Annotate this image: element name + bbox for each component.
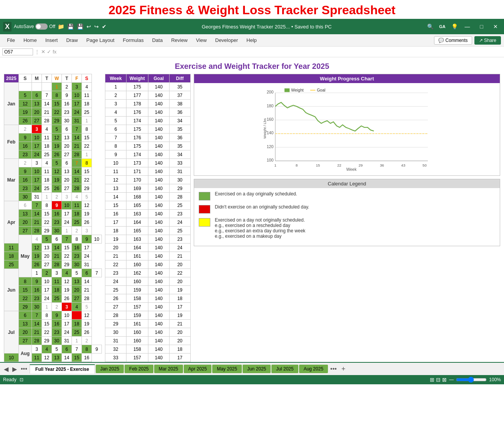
cal-cell[interactable]: 7 — [62, 235, 72, 244]
lightbulb-icon[interactable]: 💡 — [451, 23, 458, 30]
cal-cell[interactable]: 15 — [52, 100, 62, 108]
cal-cell[interactable]: 20 — [72, 286, 82, 294]
cal-cell[interactable]: 11 — [52, 277, 62, 286]
cal-cell[interactable]: 6 — [18, 311, 32, 320]
cal-cell[interactable]: 19 — [52, 176, 62, 184]
search-icon[interactable]: 🔍 — [427, 23, 434, 30]
cal-cell[interactable]: 15 — [42, 320, 52, 328]
cal-cell[interactable]: 1 — [42, 193, 52, 201]
formula-input[interactable] — [58, 49, 502, 55]
cal-cell[interactable]: 19 — [52, 142, 62, 150]
cal-cell[interactable]: 19 — [82, 210, 92, 218]
close-button[interactable]: ✕ — [490, 23, 501, 30]
active-sheet-tab[interactable]: Full Year 2025 - Exercise — [30, 364, 95, 374]
tab-scroll-right[interactable]: ▶ — [11, 365, 18, 373]
cal-cell[interactable]: 26 — [82, 328, 92, 337]
page-break-view-button[interactable]: ⊠ — [442, 377, 447, 383]
cal-cell[interactable]: 25 — [72, 218, 82, 227]
cal-cell[interactable]: 25 — [72, 328, 82, 337]
cal-cell[interactable]: 18 — [52, 286, 62, 294]
cal-cell[interactable]: 10 — [32, 133, 42, 142]
cal-cell[interactable]: 24 — [72, 108, 82, 117]
cal-cell[interactable]: 2 — [42, 269, 52, 277]
cal-cell[interactable]: 15 — [82, 167, 92, 176]
cal-cell[interactable]: 4 — [62, 269, 72, 277]
cal-cell[interactable]: 22 — [42, 328, 52, 337]
sheet-tab-mar2025[interactable]: Mar 2025 — [154, 365, 183, 373]
cal-cell[interactable]: 17 — [82, 244, 92, 252]
cal-cell[interactable]: 17 — [72, 100, 82, 108]
cal-cell[interactable]: 23 — [18, 184, 32, 193]
cal-cell[interactable]: 8 — [42, 201, 52, 210]
cal-cell[interactable]: 6 — [52, 235, 62, 244]
save-icon[interactable]: 💾 — [67, 23, 74, 30]
cal-cell[interactable]: 12 — [62, 277, 72, 286]
autosave-toggle[interactable] — [35, 23, 48, 30]
cal-cell[interactable]: 23 — [18, 150, 32, 159]
menu-formulas[interactable]: Formulas — [119, 36, 148, 45]
cal-cell[interactable]: 11 — [32, 354, 42, 362]
normal-view-button[interactable]: ⊞ — [430, 377, 434, 383]
sheet-tab-feb2025[interactable]: Feb 2025 — [125, 365, 153, 373]
cal-cell[interactable]: 26 — [52, 184, 62, 193]
cal-cell[interactable]: 28 — [32, 337, 42, 345]
cal-cell[interactable]: 3 — [52, 269, 62, 277]
cal-cell[interactable]: 8 — [82, 159, 92, 167]
cal-cell[interactable]: 25 — [52, 294, 62, 303]
cal-cell[interactable]: 9 — [52, 201, 62, 210]
cal-cell[interactable]: 7 — [32, 311, 42, 320]
cal-cell[interactable]: 22 — [82, 142, 92, 150]
cal-cell[interactable]: 6 — [62, 125, 72, 133]
cal-cell[interactable]: 7 — [72, 125, 82, 133]
cal-cell[interactable]: 21 — [32, 328, 42, 337]
cal-cell[interactable]: 5 — [52, 345, 62, 354]
zoom-slider[interactable] — [456, 377, 487, 383]
cal-cell[interactable]: 30 — [18, 193, 32, 201]
tab-scroll-left[interactable]: ◀ — [2, 365, 10, 373]
cal-cell[interactable]: 18 — [72, 320, 82, 328]
cal-cell[interactable]: 14 — [82, 277, 92, 286]
cal-cell[interactable]: 7 — [72, 159, 82, 167]
cal-cell[interactable]: 30 — [62, 117, 72, 125]
cal-cell[interactable]: 22 — [18, 294, 32, 303]
cal-cell[interactable]: 14 — [42, 100, 52, 108]
menu-draw[interactable]: Draw — [62, 36, 82, 45]
cal-cell[interactable]: 19 — [62, 286, 72, 294]
cal-cell[interactable]: 5 — [72, 269, 82, 277]
cal-cell[interactable]: 15 — [62, 244, 72, 252]
cal-cell[interactable]: 2 — [72, 227, 82, 235]
cal-cell[interactable]: 15 — [42, 210, 52, 218]
cal-cell[interactable]: 14 — [32, 320, 42, 328]
menu-data[interactable]: Data — [148, 36, 166, 45]
cal-cell[interactable]: 4 — [72, 193, 82, 201]
minimize-button[interactable]: — — [462, 23, 473, 30]
cal-cell[interactable]: 17 — [32, 142, 42, 150]
cal-cell[interactable]: 27 — [62, 184, 72, 193]
cal-cell[interactable]: 1 — [82, 150, 92, 159]
cell-reference-input[interactable] — [2, 48, 33, 55]
cal-cell[interactable]: 12 — [18, 100, 32, 108]
cal-cell[interactable]: 12 — [82, 311, 92, 320]
cal-cell[interactable]: 28 — [32, 227, 42, 235]
cal-cell[interactable]: 15 — [72, 354, 82, 362]
cal-cell[interactable]: 5 — [18, 91, 32, 100]
cal-cell[interactable]: 25 — [42, 150, 52, 159]
cal-cell[interactable]: 5 — [52, 159, 62, 167]
cal-cell[interactable]: 30 — [52, 227, 62, 235]
cal-cell[interactable]: 16 — [52, 320, 62, 328]
cal-cell[interactable]: 23 — [72, 252, 82, 260]
add-sheet-button[interactable]: + — [339, 365, 348, 373]
cal-cell[interactable]: 14 — [52, 244, 62, 252]
cal-cell[interactable]: 4 — [72, 303, 82, 311]
cal-cell[interactable]: 29 — [62, 260, 72, 269]
cal-cell[interactable]: 13 — [42, 244, 52, 252]
cal-cell[interactable]: 28 — [42, 117, 52, 125]
tab-more-button[interactable]: ••• — [19, 365, 29, 372]
cal-cell[interactable]: 19 — [82, 320, 92, 328]
cal-cell[interactable]: 14 — [62, 354, 72, 362]
cal-cell[interactable] — [42, 83, 52, 91]
cal-cell[interactable]: 30 — [72, 260, 82, 269]
cal-cell[interactable]: 16 — [32, 286, 42, 294]
cal-cell[interactable]: 18 — [82, 100, 92, 108]
cal-cell[interactable]: 14 — [72, 133, 82, 142]
